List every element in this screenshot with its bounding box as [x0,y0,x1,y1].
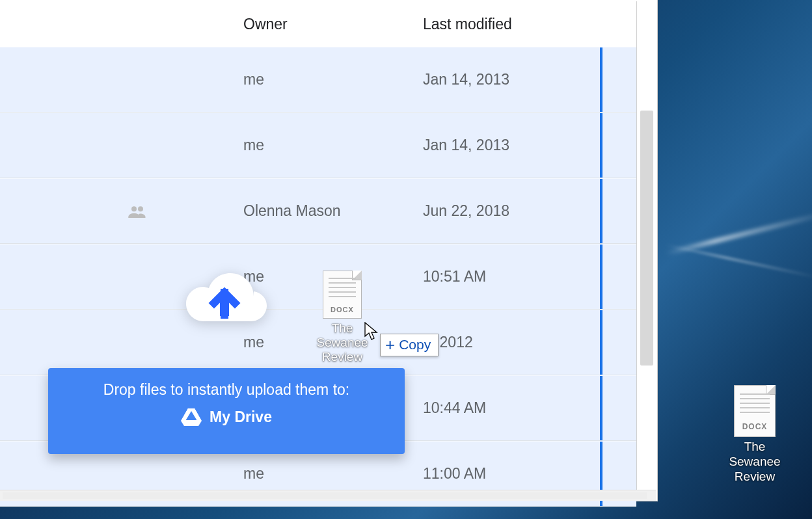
cell-owner: Olenna Mason [243,179,413,243]
shared-icon [128,179,147,243]
cell-modified: Jan 14, 2013 [423,113,586,178]
drag-copy-tooltip: + Copy [380,334,439,356]
docx-file-icon: DOCX [323,271,362,319]
mouse-cursor-icon [364,322,379,341]
desktop-file[interactable]: DOCX The Sewanee Review [717,385,792,484]
wallpaper-flare [665,244,812,278]
cell-modified: 10:44 AM [423,376,586,440]
table-row[interactable]: Olenna Mason Jun 22, 2018 [0,178,636,244]
upload-destination: My Drive [210,408,272,426]
filetype-label: DOCX [323,306,361,314]
docx-file-icon: DOCX [734,385,776,437]
table-row[interactable]: me Jan 14, 2013 [0,47,636,113]
horizontal-scrollbar[interactable] [0,490,656,501]
table-header: Owner Last modified [0,1,636,47]
cell-owner: me [243,47,413,112]
drag-ghost-file: DOCX The Sewanee Review [306,271,379,364]
upload-drop-banner: Drop files to instantly upload them to: … [48,368,405,454]
cell-modified: 10:51 AM [423,245,586,309]
desktop-viewport: Owner Last modified me Jan 14, 2013 me J… [0,0,812,519]
col-header-owner[interactable]: Owner [243,1,288,47]
table-row[interactable]: me Jan 14, 2013 [0,113,636,178]
vertical-scrollbar-thumb[interactable] [640,111,653,366]
cell-modified: Jun 22, 2018 [423,179,586,243]
plus-icon: + [385,336,395,353]
col-header-modified[interactable]: Last modified [423,1,512,47]
cell-modified: 9, 2012 [423,310,586,375]
desktop-filename: The Sewanee Review [717,440,792,484]
upload-message: Drop files to instantly upload them to: [48,381,405,399]
cell-modified: Jan 14, 2013 [423,47,586,112]
cell-owner: me [243,113,413,178]
svg-point-1 [138,206,143,211]
filetype-label: DOCX [735,422,775,431]
wallpaper-flare [666,211,812,256]
svg-point-0 [131,206,137,211]
cloud-upload-icon [177,264,272,333]
drag-tooltip-label: Copy [399,337,431,353]
drive-triangle-icon [181,408,202,426]
